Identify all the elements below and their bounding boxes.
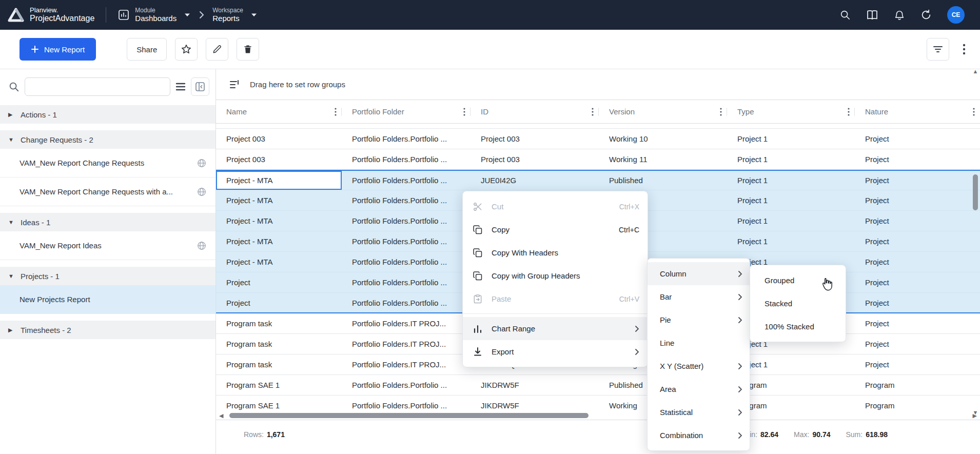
list-view-icon[interactable]	[175, 82, 186, 91]
submenu-item-stacked[interactable]: Stacked	[750, 292, 846, 315]
globe-icon	[197, 241, 206, 250]
submenu-chevron-right-icon	[738, 386, 742, 393]
column-menu-kebab-icon[interactable]	[846, 106, 852, 118]
sidebar-item-vam-change-requests[interactable]: VAM_New Report Change Requests	[0, 149, 215, 177]
sidebar-group-timesheets[interactable]: ▶ Timesheets - 2	[0, 321, 215, 339]
submenu-item-combination[interactable]: Combination	[648, 424, 750, 447]
delete-button[interactable]	[237, 38, 259, 61]
share-button[interactable]: Share	[127, 38, 167, 61]
submenu-item-bar[interactable]: Bar	[648, 285, 750, 308]
submenu-chevron-right-icon	[738, 293, 742, 301]
sidebar-search-icon[interactable]	[8, 81, 19, 92]
submenu-item-100-stacked[interactable]: 100% Stacked	[750, 315, 846, 338]
context-menu-item-chart-range[interactable]: Chart Range	[463, 317, 648, 340]
sidebar-item-vam-change-requests-2[interactable]: VAM_New Report Change Requests with a...	[0, 177, 215, 206]
sidebar-group-ideas[interactable]: ▼ Ideas - 1	[0, 213, 215, 231]
edit-button[interactable]	[206, 38, 228, 61]
help-book-icon[interactable]	[866, 9, 878, 21]
agg-sum: Sum:618.98	[846, 430, 888, 439]
search-icon[interactable]	[839, 9, 851, 21]
module-chevron-down-icon[interactable]	[184, 12, 191, 17]
table-row-selected[interactable]: Project - MTAPortfolio Folders.Portfolio…	[216, 170, 980, 190]
chevron-down-icon: ▼	[8, 273, 14, 279]
chevron-down-icon: ▼	[8, 136, 14, 143]
paste-clipboard-icon	[472, 294, 483, 304]
breadcrumb-separator-icon	[199, 11, 204, 19]
column-header-portfolio-folder[interactable]: Portfolio Folder	[342, 100, 471, 123]
table-row[interactable]: Program SAE 1Portfolio Folders.Portfolio…	[216, 375, 980, 396]
module-selector[interactable]: Module Dashboards	[117, 7, 191, 23]
submenu-chevron-right-icon	[635, 325, 639, 332]
horizontal-scrollbar[interactable]: ◀ ▶	[216, 411, 980, 420]
pencil-icon	[212, 44, 222, 54]
trash-icon	[243, 44, 253, 54]
brand-line1: Planview.	[30, 7, 94, 14]
grid-filter-strip	[216, 124, 980, 129]
table-row[interactable]: Program SAE 1Portfolio Folders.Portfolio…	[216, 396, 980, 411]
sidebar-group-actions[interactable]: ▶ Actions - 1	[0, 105, 215, 124]
submenu-item-xy-scatter[interactable]: X Y (Scatter)	[648, 354, 750, 378]
submenu-item-pie[interactable]: Pie	[648, 308, 750, 331]
workspace-selector[interactable]: Workspace Reports	[212, 7, 258, 23]
sidebar-search-input[interactable]	[25, 77, 170, 96]
row-groups-dropzone[interactable]: Drag here to set row groups	[216, 69, 980, 100]
submenu-item-column[interactable]: Column	[648, 262, 750, 285]
row-groups-icon	[229, 80, 241, 90]
column-menu-kebab-icon[interactable]	[332, 106, 339, 118]
submenu-item-grouped[interactable]: Grouped	[750, 269, 846, 292]
horizontal-scrollbar-thumb[interactable]	[229, 413, 589, 418]
agg-max: Max:90.74	[794, 430, 830, 439]
context-menu-item-copy-with-group-headers[interactable]: Copy with Group Headers	[463, 264, 648, 287]
top-bar: Planview. ProjectAdvantage Module Dashbo…	[0, 0, 980, 30]
scroll-left-arrow-icon[interactable]: ◀	[219, 413, 223, 419]
chart-range-submenu: Column Bar Pie Line X Y (Scatter) Area S…	[647, 258, 750, 451]
chevron-right-icon: ▶	[8, 327, 14, 333]
filter-button[interactable]	[927, 38, 949, 61]
planview-logo[interactable]: Planview. ProjectAdvantage	[7, 7, 94, 23]
table-row[interactable]: Project 003Portfolio Folders.Portfolio .…	[216, 149, 980, 170]
context-menu-item-paste: Paste Ctrl+V	[463, 287, 648, 310]
sidebar-group-change-requests[interactable]: ▼ Change Requests - 2	[0, 130, 215, 149]
scroll-up-arrow-icon[interactable]: ▲	[973, 69, 978, 74]
new-report-button[interactable]: New Report	[19, 38, 96, 61]
column-menu-kebab-icon[interactable]	[461, 106, 467, 118]
chart-bars-icon	[472, 324, 483, 333]
user-avatar[interactable]: CE	[947, 6, 965, 24]
column-menu-kebab-icon[interactable]	[590, 106, 596, 118]
vertical-scrollbar-thumb[interactable]	[973, 174, 978, 210]
context-menu-item-export[interactable]: Export	[463, 340, 648, 363]
module-label: Module	[135, 7, 177, 14]
notifications-bell-icon[interactable]	[894, 9, 905, 21]
globe-icon	[197, 187, 206, 196]
rows-count: Rows:1,671	[244, 430, 285, 439]
column-header-nature[interactable]: Nature	[855, 100, 980, 123]
column-header-type[interactable]: Type	[727, 100, 855, 123]
submenu-item-area[interactable]: Area	[648, 378, 750, 401]
context-menu-item-copy-with-headers[interactable]: Copy With Headers	[463, 241, 648, 264]
refresh-icon[interactable]	[920, 9, 932, 21]
scissors-icon	[472, 202, 483, 212]
submenu-chevron-right-icon	[738, 432, 742, 439]
sidebar-item-vam-ideas[interactable]: VAM_New Report Ideas	[0, 231, 215, 260]
sidebar-group-projects[interactable]: ▼ Projects - 1	[0, 267, 215, 285]
topbar-divider	[106, 7, 106, 23]
column-menu-kebab-icon[interactable]	[718, 106, 724, 118]
favorite-button[interactable]	[175, 38, 198, 61]
collapse-sidebar-button[interactable]	[191, 77, 209, 96]
workspace-chevron-down-icon[interactable]	[250, 12, 258, 17]
collapse-panel-icon	[195, 82, 205, 92]
more-options-kebab-icon[interactable]	[963, 43, 966, 55]
sidebar-item-new-projects-report[interactable]: New Projects Report	[0, 285, 215, 314]
context-menu-item-copy[interactable]: Copy Ctrl+C	[463, 218, 648, 241]
submenu-item-statistical[interactable]: Statistical	[648, 401, 750, 424]
scroll-down-arrow-icon[interactable]: ▼	[973, 410, 978, 416]
grid-status-bar: Rows:1,671 Count:49 Min:82.64 Max:90.74 …	[216, 420, 980, 449]
table-row[interactable]: Project 003Portfolio Folders.Portfolio .…	[216, 129, 980, 149]
column-header-version[interactable]: Version	[599, 100, 727, 123]
column-header-id[interactable]: ID	[471, 100, 599, 123]
column-header-name[interactable]: Name	[216, 100, 342, 123]
submenu-item-line[interactable]: Line	[648, 331, 750, 354]
download-icon	[472, 347, 483, 357]
vertical-scrollbar[interactable]: ▲ ▼	[972, 68, 979, 416]
focused-cell[interactable]: Project - MTA	[216, 171, 342, 190]
